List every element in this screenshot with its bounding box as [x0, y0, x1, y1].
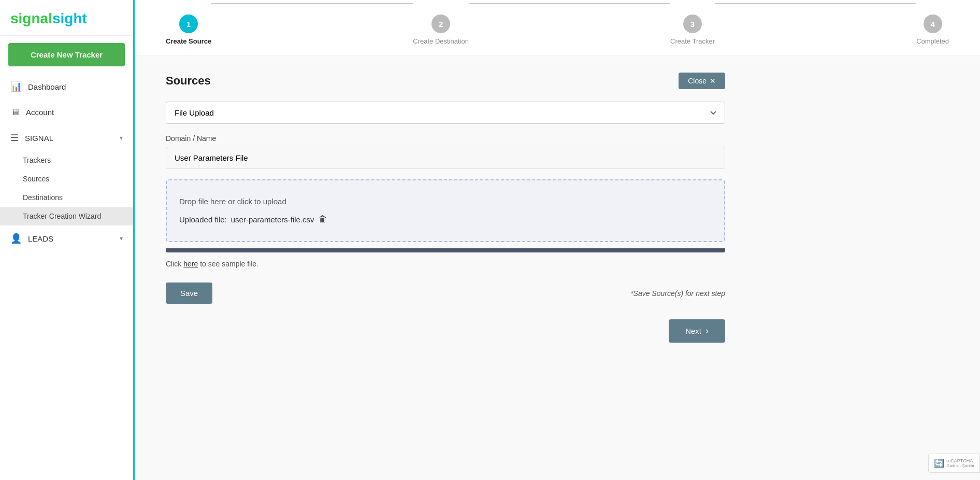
main-content: 1 Create Source 2 Create Destination 3 C… — [135, 0, 980, 480]
create-new-tracker-button[interactable]: Create New Tracker — [8, 43, 125, 66]
close-button-label: Close — [688, 77, 707, 85]
sidebar: signalsight Create New Tracker 📊 Dashboa… — [0, 0, 135, 480]
save-button[interactable]: Save — [166, 283, 212, 304]
recaptcha-badge: 🔄 reCAPTCHA Gizlilik - Şartlar — [928, 454, 980, 473]
sample-link-text: Click here to see sample file. — [166, 260, 725, 268]
step-create-source: 1 Create Source — [166, 15, 211, 45]
save-note: *Save Source(s) for next step — [630, 289, 725, 298]
sidebar-item-trackers[interactable]: Trackers — [0, 151, 133, 170]
sample-link-suffix: to see sample file. — [198, 260, 258, 268]
signal-icon: ☰ — [10, 132, 19, 144]
sidebar-item-dashboard[interactable]: 📊 Dashboard — [0, 74, 133, 100]
upload-progress-bar — [166, 248, 725, 252]
sidebar-item-label: LEADS — [28, 234, 53, 243]
step-circle-1: 1 — [179, 15, 198, 33]
sidebar-item-label: Dashboard — [28, 82, 66, 91]
recaptcha-label: reCAPTCHA — [946, 458, 974, 463]
recaptcha-subtext: Gizlilik - Şartlar — [946, 463, 974, 468]
step-circle-3: 3 — [683, 15, 702, 33]
drop-text: Drop file here or click to upload — [179, 197, 712, 206]
form-actions: Save *Save Source(s) for next step — [166, 283, 725, 304]
form-header: Sources Close ✕ — [166, 73, 725, 89]
sample-link-prefix: Click — [166, 260, 183, 268]
sidebar-item-sources[interactable]: Sources — [0, 170, 133, 188]
next-button[interactable]: Next › — [669, 319, 725, 343]
sample-link[interactable]: here — [183, 260, 198, 268]
domain-name-label: Domain / Name — [166, 134, 725, 143]
domain-name-input[interactable] — [166, 147, 725, 169]
logo-sight: sight — [52, 10, 87, 26]
sidebar-item-destinations[interactable]: Destinations — [0, 188, 133, 207]
sidebar-item-signal[interactable]: ☰ SIGNAL ▾ — [0, 125, 133, 151]
uploaded-file-prefix: Uploaded file: — [179, 215, 227, 224]
chevron-down-icon: ▾ — [120, 235, 123, 242]
leads-icon: 👤 — [10, 233, 22, 244]
step-circle-2: 2 — [431, 15, 450, 33]
sidebar-item-tracker-creation-wizard[interactable]: Tracker Creation Wizard — [0, 207, 133, 225]
uploaded-file-row: Uploaded file: user-parameters-file.csv … — [179, 214, 712, 224]
next-icon: › — [705, 326, 709, 336]
chevron-down-icon: ▾ — [120, 134, 123, 142]
dashboard-icon: 📊 — [10, 81, 22, 92]
source-type-select[interactable]: File Upload — [166, 102, 725, 124]
recaptcha-icon: 🔄 — [934, 458, 944, 468]
sidebar-item-label: SIGNAL — [25, 134, 53, 143]
step-create-destination: 2 Create Destination — [413, 15, 469, 45]
step-line-2 — [469, 3, 670, 4]
uploaded-file-name: user-parameters-file.csv — [231, 215, 314, 224]
logo-signal: signal — [10, 10, 52, 26]
sidebar-item-label: Account — [26, 108, 54, 117]
file-upload-area[interactable]: Drop file here or click to upload Upload… — [166, 179, 725, 242]
account-icon: 🖥 — [10, 107, 20, 118]
close-button[interactable]: Close ✕ — [679, 73, 725, 89]
sources-form: Sources Close ✕ File Upload Domain / Nam… — [135, 56, 756, 359]
step-line-1 — [211, 3, 413, 4]
sidebar-nav: 📊 Dashboard 🖥 Account ☰ SIGNAL ▾ Tracker… — [0, 74, 133, 251]
step-label-2: Create Destination — [413, 37, 469, 45]
logo: signalsight — [0, 0, 133, 36]
delete-file-icon[interactable]: 🗑 — [319, 214, 327, 224]
wizard-steps: 1 Create Source 2 Create Destination 3 C… — [135, 0, 980, 56]
close-icon: ✕ — [710, 77, 716, 85]
step-create-tracker: 3 Create Tracker — [670, 15, 715, 45]
form-title: Sources — [166, 74, 211, 88]
step-line-3 — [715, 3, 916, 4]
step-circle-4: 4 — [924, 15, 942, 33]
progress-bar-fill — [166, 248, 725, 252]
sidebar-item-account[interactable]: 🖥 Account — [0, 100, 133, 125]
step-label-3: Create Tracker — [670, 37, 715, 45]
next-row: Next › — [166, 319, 725, 343]
next-button-label: Next — [685, 327, 701, 335]
step-label-4: Completed — [916, 37, 949, 45]
step-label-1: Create Source — [166, 37, 211, 45]
step-completed: 4 Completed — [916, 15, 949, 45]
sidebar-item-leads[interactable]: 👤 LEADS ▾ — [0, 225, 133, 251]
